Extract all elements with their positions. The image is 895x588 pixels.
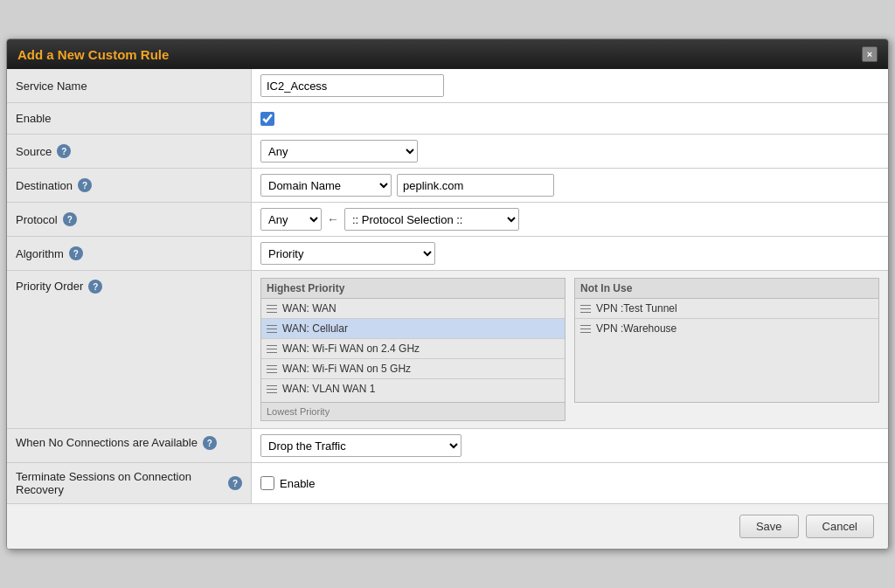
priority-columns: Highest Priority WAN: WAN WAN: Cellular [260, 278, 879, 421]
enable-value-cell [252, 103, 888, 134]
source-value-cell: Any [252, 135, 888, 168]
service-name-row: Service Name [7, 69, 888, 103]
protocol-help-icon[interactable]: ? [63, 212, 77, 226]
enable-row: Enable [7, 103, 888, 135]
not-in-use-list[interactable]: VPN :Test Tunnel VPN :Warehouse [574, 298, 879, 403]
terminate-sessions-value-cell: Enable [252, 463, 888, 503]
protocol-label: Protocol ? [7, 203, 252, 236]
priority-order-value-cell: Highest Priority WAN: WAN WAN: Cellular [252, 271, 888, 428]
active-priority-col: Highest Priority WAN: WAN WAN: Cellular [260, 278, 565, 421]
active-priority-list[interactable]: WAN: WAN WAN: Cellular WAN: Wi-Fi WAN on… [260, 298, 565, 403]
priority-item-wan-wan[interactable]: WAN: WAN [261, 299, 565, 319]
priority-order-row: Priority Order ? Highest Priority WAN: W… [7, 271, 888, 429]
destination-row: Destination ? Domain Name [7, 169, 888, 203]
not-in-use-col: Not In Use VPN :Test Tunnel VPN :Warehou… [574, 278, 879, 421]
drag-handle[interactable] [580, 324, 591, 334]
priority-order-label: Priority Order ? [7, 271, 252, 428]
destination-label: Destination ? [7, 169, 252, 202]
no-connections-label: When No Connections are Available ? [7, 429, 252, 462]
drag-handle[interactable] [267, 384, 277, 394]
source-row: Source ? Any [7, 135, 888, 169]
terminate-sessions-help-icon[interactable]: ? [228, 476, 242, 490]
enable-checkbox[interactable] [260, 112, 274, 126]
drag-handle[interactable] [580, 304, 591, 314]
priority-item-vpn-test-tunnel[interactable]: VPN :Test Tunnel [575, 299, 878, 319]
source-label: Source ? [7, 135, 252, 168]
destination-help-icon[interactable]: ? [78, 178, 92, 192]
terminate-sessions-checkbox[interactable] [260, 476, 274, 490]
protocol-arrow-icon: ← [327, 212, 339, 226]
dialog-title: Add a New Custom Rule [17, 47, 169, 62]
terminate-sessions-enable-label: Enable [280, 477, 315, 490]
protocol-select[interactable]: Any [260, 208, 322, 231]
no-connections-value-cell: Drop the Traffic Send to Any Available C… [252, 429, 888, 462]
algorithm-label: Algorithm ? [7, 237, 252, 270]
protocol-value-cell: Any ← :: Protocol Selection :: [252, 203, 888, 236]
algorithm-row: Algorithm ? Priority Weighted Balance Pe… [7, 237, 888, 271]
highest-priority-header: Highest Priority [260, 278, 565, 298]
destination-value-cell: Domain Name [252, 169, 888, 202]
priority-item-wan-cellular[interactable]: WAN: Cellular [261, 319, 565, 339]
lowest-priority-footer: Lowest Priority [260, 403, 565, 421]
priority-item-wan-vlan[interactable]: WAN: VLAN WAN 1 [261, 379, 565, 398]
priority-item-vpn-warehouse[interactable]: VPN :Warehouse [575, 319, 878, 338]
drag-handle[interactable] [267, 344, 277, 354]
terminate-sessions-label: Terminate Sessions on Connection Recover… [7, 463, 252, 503]
service-name-value-cell [252, 69, 888, 102]
not-in-use-header: Not In Use [574, 278, 879, 298]
algorithm-help-icon[interactable]: ? [69, 246, 83, 260]
drag-handle[interactable] [267, 364, 277, 374]
no-connections-select[interactable]: Drop the Traffic Send to Any Available C… [260, 434, 461, 457]
source-select[interactable]: Any [260, 140, 418, 163]
destination-type-select[interactable]: Domain Name [260, 174, 392, 197]
protocol-row: Protocol ? Any ← :: Protocol Selection :… [7, 203, 888, 237]
priority-item-wan-wifi-24[interactable]: WAN: Wi-Fi WAN on 2.4 GHz [261, 339, 565, 359]
no-connections-help-icon[interactable]: ? [203, 436, 217, 450]
priority-order-help-icon[interactable]: ? [88, 280, 102, 294]
cancel-button[interactable]: Cancel [806, 515, 874, 538]
terminate-sessions-row: Terminate Sessions on Connection Recover… [7, 463, 888, 503]
drag-handle[interactable] [267, 324, 277, 334]
protocol-selection-select[interactable]: :: Protocol Selection :: [344, 208, 519, 231]
drag-handle[interactable] [267, 304, 277, 314]
source-help-icon[interactable]: ? [57, 144, 71, 158]
service-name-label: Service Name [7, 69, 252, 102]
enable-label: Enable [7, 103, 252, 134]
dialog-footer: Save Cancel [7, 503, 888, 549]
algorithm-select[interactable]: Priority Weighted Balance Persistence Le… [260, 242, 435, 265]
add-custom-rule-dialog: Add a New Custom Rule × Service Name Ena… [6, 38, 889, 550]
destination-value-input[interactable] [397, 174, 554, 197]
dialog-titlebar: Add a New Custom Rule × [7, 39, 888, 69]
save-button[interactable]: Save [739, 515, 799, 538]
algorithm-value-cell: Priority Weighted Balance Persistence Le… [252, 237, 888, 270]
no-connections-row: When No Connections are Available ? Drop… [7, 429, 888, 463]
service-name-input[interactable] [260, 74, 444, 97]
priority-item-wan-wifi-5[interactable]: WAN: Wi-Fi WAN on 5 GHz [261, 359, 565, 379]
close-button[interactable]: × [862, 46, 878, 62]
form-body: Service Name Enable Source ? Any [7, 69, 888, 503]
